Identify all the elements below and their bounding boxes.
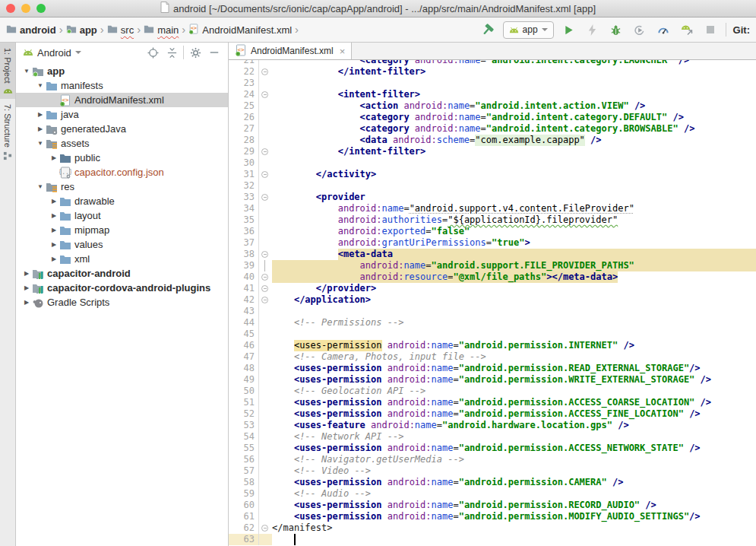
run-configuration-select[interactable]: app bbox=[503, 21, 554, 39]
locate-file-icon[interactable] bbox=[145, 45, 160, 60]
expand-arrow-icon[interactable]: ▼ bbox=[36, 82, 45, 89]
tree-item-values[interactable]: ▶values bbox=[16, 237, 228, 252]
tree-item-xml[interactable]: ▶xml bbox=[16, 252, 228, 266]
tree-item-capacitor-android[interactable]: ▶capacitor-android bbox=[16, 266, 228, 281]
code-line-45[interactable]: 45 bbox=[229, 329, 756, 340]
expand-arrow-icon[interactable]: ▶ bbox=[36, 111, 45, 118]
expand-arrow-icon[interactable]: ▼ bbox=[22, 68, 31, 75]
code-line-48[interactable]: 48 <uses-permission android:name="androi… bbox=[229, 363, 756, 374]
tree-item-androidmanifest-xml[interactable]: <>AndroidManifest.xml bbox=[16, 93, 228, 107]
coverage-icon[interactable] bbox=[631, 21, 648, 38]
code-line-34[interactable]: 34 android:name="android.support.v4.cont… bbox=[229, 203, 756, 214]
code-line-36[interactable]: 36 android:exported="false" bbox=[229, 226, 756, 237]
code-line-33[interactable]: 33 <provider bbox=[229, 192, 756, 203]
code-line-46[interactable]: 46 <uses-permission android:name="androi… bbox=[229, 340, 756, 351]
expand-arrow-icon[interactable]: ▶ bbox=[22, 270, 31, 277]
zoom-window-button[interactable] bbox=[36, 4, 46, 13]
code-line-38[interactable]: 38 <meta-data bbox=[229, 249, 756, 260]
code-line-25[interactable]: 25 <action android:name="android.intent.… bbox=[229, 100, 756, 112]
tree-item-layout[interactable]: ▶layout bbox=[16, 208, 228, 223]
code-line-62[interactable]: 62</manifest> bbox=[229, 522, 756, 534]
code-line-26[interactable]: 26 <category android:name="android.inten… bbox=[229, 112, 756, 123]
breadcrumb-app[interactable]: app bbox=[66, 24, 97, 37]
tree-item-capacitor-cordova-android-plugins[interactable]: ▶capacitor-cordova-android-plugins bbox=[16, 281, 228, 295]
code-line-43[interactable]: 43 bbox=[229, 306, 756, 317]
tree-item-drawable[interactable]: ▶drawable bbox=[16, 194, 228, 208]
code-line-60[interactable]: 60 <uses-permission android:name="androi… bbox=[229, 500, 756, 511]
tree-item-manifests[interactable]: ▼manifests bbox=[16, 78, 228, 93]
code-line-57[interactable]: 57 <!-- Video --> bbox=[229, 465, 756, 477]
tree-item-mipmap[interactable]: ▶mipmap bbox=[16, 223, 228, 237]
code-line-44[interactable]: 44 <!-- Permissions --> bbox=[229, 317, 756, 329]
fold-marker-icon[interactable] bbox=[259, 192, 272, 203]
tree-item-public[interactable]: ▶public bbox=[16, 151, 228, 165]
expand-arrow-icon[interactable]: ▶ bbox=[22, 299, 31, 306]
expand-arrow-icon[interactable]: ▼ bbox=[36, 140, 45, 147]
code-line-35[interactable]: 35 android:authorities="${applicationId}… bbox=[229, 214, 756, 226]
expand-arrow-icon[interactable]: ▶ bbox=[49, 241, 59, 248]
expand-arrow-icon[interactable]: ▶ bbox=[22, 284, 31, 291]
code-line-28[interactable]: 28 <data android:scheme="com.example.cap… bbox=[229, 135, 756, 146]
code-line-37[interactable]: 37 android:grantUriPermissions="true"> bbox=[229, 237, 756, 249]
fold-marker-icon[interactable] bbox=[259, 249, 272, 260]
code-line-32[interactable]: 32 bbox=[229, 180, 756, 192]
code-line-31[interactable]: 31 </activity> bbox=[229, 169, 756, 180]
expand-arrow-icon[interactable]: ▼ bbox=[36, 183, 45, 190]
code-line-42[interactable]: 42 </application> bbox=[229, 294, 756, 306]
tree-item-assets[interactable]: ▼assets bbox=[16, 136, 228, 151]
settings-gear-icon[interactable] bbox=[188, 45, 203, 60]
tree-item-gradle-scripts[interactable]: ▶Gradle Scripts bbox=[16, 295, 228, 310]
code-line-61[interactable]: 61 <uses-permission android:name="androi… bbox=[229, 511, 756, 522]
breadcrumb-android[interactable]: android bbox=[6, 24, 56, 37]
code-line-23[interactable]: 23 bbox=[229, 78, 756, 89]
code-line-41[interactable]: 41 </provider> bbox=[229, 283, 756, 294]
expand-arrow-icon[interactable]: ▶ bbox=[49, 227, 59, 233]
hide-panel-icon[interactable] bbox=[207, 45, 222, 60]
fold-marker-icon[interactable] bbox=[259, 146, 272, 157]
expand-arrow-icon[interactable]: ▶ bbox=[49, 256, 59, 262]
code-line-55[interactable]: 55 <uses-permission android:name="androi… bbox=[229, 443, 756, 454]
apply-changes-icon[interactable] bbox=[584, 21, 601, 38]
breadcrumb-src[interactable]: src bbox=[107, 24, 134, 37]
run-icon[interactable] bbox=[561, 21, 577, 38]
tool-window-tab-structure[interactable]: 7: Structure bbox=[0, 99, 15, 165]
code-line-54[interactable]: 54 <!-- Network API --> bbox=[229, 431, 756, 443]
close-tab-icon[interactable]: × bbox=[340, 46, 346, 57]
code-editor[interactable]: 21 <category android:name="android.inten… bbox=[229, 60, 756, 546]
project-view-selector[interactable]: Android bbox=[37, 47, 71, 59]
debug-icon[interactable] bbox=[608, 21, 625, 38]
fold-marker-icon[interactable] bbox=[259, 169, 272, 180]
fold-marker-icon[interactable] bbox=[259, 66, 272, 78]
fold-marker-icon[interactable] bbox=[259, 283, 272, 294]
code-line-30[interactable]: 30 bbox=[229, 157, 756, 169]
close-window-button[interactable] bbox=[6, 4, 15, 13]
minimize-window-button[interactable] bbox=[21, 4, 30, 13]
git-branch-label[interactable]: Git: bbox=[733, 24, 750, 36]
code-line-58[interactable]: 58 <uses-permission android:name="androi… bbox=[229, 477, 756, 488]
expand-arrow-icon[interactable]: ▶ bbox=[49, 198, 59, 205]
fold-marker-icon[interactable] bbox=[259, 294, 272, 306]
code-line-59[interactable]: 59 <!-- Audio --> bbox=[229, 488, 756, 500]
tool-window-tab-project[interactable]: 1: Project bbox=[0, 43, 15, 99]
code-line-29[interactable]: 29 </intent-filter> bbox=[229, 146, 756, 157]
fold-marker-icon[interactable] bbox=[259, 271, 272, 283]
editor-tab-androidmanifest[interactable]: <> AndroidManifest.xml × bbox=[229, 43, 352, 59]
code-line-40[interactable]: 40 android:resource="@xml/file_paths"></… bbox=[229, 271, 756, 283]
code-line-22[interactable]: 22 </intent-filter> bbox=[229, 66, 756, 78]
attach-debugger-icon[interactable] bbox=[679, 21, 695, 38]
fold-marker-icon[interactable] bbox=[259, 522, 272, 534]
build-hammer-icon[interactable] bbox=[479, 21, 496, 38]
tree-item-capacitor-config-json[interactable]: {..}capacitor.config.json bbox=[16, 165, 228, 179]
expand-arrow-icon[interactable]: ▶ bbox=[49, 154, 59, 161]
code-line-39[interactable]: 39 android:name="android.support.FILE_PR… bbox=[229, 260, 756, 271]
code-line-53[interactable]: 53 <uses-feature android:name="android.h… bbox=[229, 420, 756, 431]
collapse-all-icon[interactable] bbox=[164, 45, 179, 60]
tree-item-java[interactable]: ▶java bbox=[16, 107, 228, 122]
tree-item-res[interactable]: ▼res bbox=[16, 179, 228, 194]
code-line-52[interactable]: 52 <uses-permission android:name="androi… bbox=[229, 408, 756, 420]
fold-marker-icon[interactable] bbox=[259, 89, 272, 100]
tree-item-app[interactable]: ▼app bbox=[16, 64, 228, 78]
code-line-49[interactable]: 49 <uses-permission android:name="androi… bbox=[229, 374, 756, 386]
profiler-icon[interactable] bbox=[655, 21, 672, 38]
code-line-51[interactable]: 51 <uses-permission android:name="androi… bbox=[229, 397, 756, 408]
